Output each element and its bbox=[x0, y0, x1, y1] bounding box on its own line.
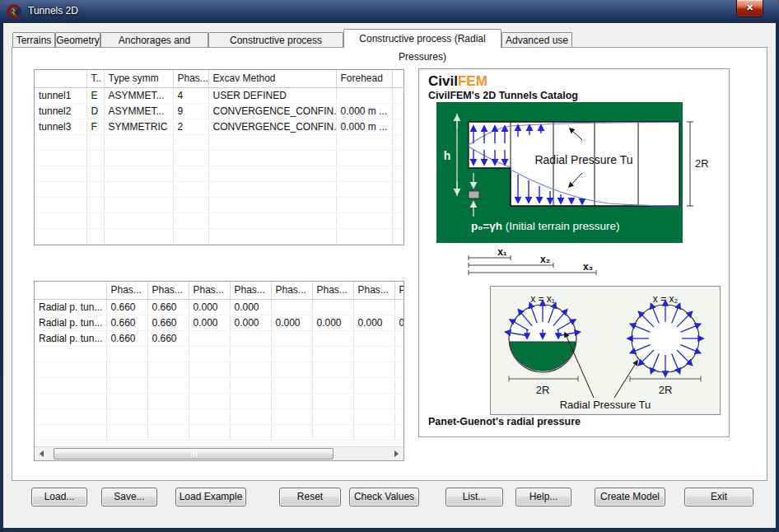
catalog-panel: CivilFEM CivilFEM's 2D Tunnels Catalog bbox=[418, 68, 730, 437]
cell-type-symm[interactable]: SYMMETRIC bbox=[104, 119, 173, 134]
cell-phase-value[interactable] bbox=[189, 330, 230, 346]
cell-forehead[interactable] bbox=[336, 87, 392, 103]
col-header: Forehead bbox=[336, 70, 392, 87]
cell-t[interactable]: D bbox=[86, 103, 104, 119]
cell-phase-value[interactable]: 0.660 bbox=[147, 330, 189, 346]
tab-constructive-process-definition[interactable]: Constructive process (Definition) bbox=[208, 32, 343, 48]
2r-label: 2R bbox=[695, 157, 709, 170]
cell-row-label[interactable]: Radial p. tun... bbox=[35, 299, 106, 315]
load-example-button[interactable]: Load Example bbox=[175, 488, 246, 506]
tab-geometry[interactable]: Geometry bbox=[55, 32, 100, 48]
create-model-button[interactable]: Create Model bbox=[595, 488, 665, 506]
table-row[interactable]: tunnel1 E ASYMMET... 4 USER DEFINED bbox=[35, 87, 403, 103]
cell-phase-value[interactable]: 0.000 bbox=[230, 315, 271, 330]
cell-phase-value[interactable]: 0.000 bbox=[189, 315, 230, 330]
cell-excav-method[interactable]: USER DEFINED bbox=[208, 87, 336, 103]
civilfem-logo: CivilFEM bbox=[428, 73, 487, 90]
diagram-caption: Panet-Guenot's radial pressure bbox=[428, 416, 581, 427]
tab-page-radial-pressures: T.. Type symm Phas... Excav Method Foreh… bbox=[12, 47, 767, 481]
cell-t[interactable]: F bbox=[86, 119, 104, 134]
table-row[interactable]: Radial p. tun... 0.660 0.660 0.000 0.000 bbox=[35, 299, 403, 315]
help-button[interactable]: Help... bbox=[515, 488, 571, 506]
cell-phase-value[interactable]: 0.000 bbox=[230, 299, 271, 315]
cell-forehead[interactable]: 0.000 m ... bbox=[336, 119, 392, 134]
tab-constructive-process-radial-pressures[interactable]: Constructive process (Radial Pressures) bbox=[343, 29, 501, 48]
cell-phase-value[interactable]: 0.000 bbox=[189, 299, 230, 315]
cell-row-label[interactable]: Radial p. tun... bbox=[35, 315, 106, 330]
cell-phase-value[interactable] bbox=[271, 330, 312, 346]
cell-phase-value[interactable]: 0.660 bbox=[147, 299, 189, 315]
save-button[interactable]: Save... bbox=[101, 488, 157, 506]
2r-dimension bbox=[687, 122, 693, 206]
cell-row-label[interactable]: Radial p. tun... bbox=[35, 330, 106, 346]
cell-phase-value[interactable]: 0 bbox=[394, 315, 403, 330]
cell-phase-value[interactable] bbox=[230, 330, 271, 346]
reset-button[interactable]: Reset bbox=[279, 488, 341, 506]
cell-phase-value[interactable] bbox=[312, 299, 353, 315]
title-bar[interactable]: Tunnels 2D ✕ bbox=[0, 0, 779, 23]
empty-row bbox=[35, 424, 403, 440]
cell-phase-value[interactable]: 0.000 bbox=[312, 315, 353, 330]
cell-phase-value[interactable] bbox=[394, 299, 403, 315]
cell-phase-value[interactable]: 0.000 bbox=[353, 315, 394, 330]
scrollbar-thumb[interactable] bbox=[54, 448, 334, 460]
x1-label: x₁ bbox=[497, 246, 507, 258]
tunnels-table: T.. Type symm Phas... Excav Method Foreh… bbox=[34, 69, 404, 245]
list-button[interactable]: List... bbox=[445, 488, 503, 506]
left-arrow-icon bbox=[40, 450, 44, 457]
empty-row bbox=[35, 228, 403, 244]
cell-excav-method[interactable]: CONVERGENCE_CONFIN... bbox=[208, 103, 336, 119]
tab-terrains[interactable]: Terrains bbox=[12, 32, 55, 48]
empty-row bbox=[35, 362, 403, 377]
cell-phases[interactable]: 9 bbox=[173, 103, 208, 119]
tab-anchorages-and-trusses[interactable]: Anchorages and Trusses bbox=[100, 32, 208, 48]
table-row[interactable]: tunnel3 F SYMMETRIC 2 CONVERGENCE_CONFIN… bbox=[35, 119, 403, 134]
cell-phase-value[interactable]: 0.660 bbox=[106, 299, 147, 315]
col-header: Excav Method bbox=[208, 70, 336, 87]
scroll-left-button[interactable] bbox=[35, 447, 49, 460]
cell-phase-value[interactable] bbox=[312, 330, 353, 346]
cell-phases[interactable]: 4 bbox=[173, 87, 208, 103]
close-button[interactable]: ✕ bbox=[736, 0, 763, 17]
cell-phase-value[interactable]: 0.660 bbox=[106, 330, 147, 346]
cell-tunnel-name[interactable]: tunnel3 bbox=[35, 119, 86, 134]
col-header: Phas... bbox=[106, 282, 147, 299]
h-label: h bbox=[444, 149, 451, 162]
longitudinal-pressure-diagram: h Radial Pressure Tu bbox=[419, 100, 730, 282]
empty-row bbox=[35, 212, 403, 228]
cell-excav-method[interactable]: CONVERGENCE_CONFIN... bbox=[208, 119, 336, 134]
table-row[interactable]: Radial p. tun... 0.660 0.660 bbox=[35, 330, 403, 346]
exit-button[interactable]: Exit bbox=[684, 488, 753, 506]
dialog-body: Terrains Geometry Anchorages and Trusses… bbox=[3, 23, 776, 528]
col-header: Phas... bbox=[271, 282, 312, 299]
x2-label: x₂ bbox=[540, 254, 550, 265]
cell-type-symm[interactable]: ASYMMET... bbox=[104, 87, 173, 103]
section-radial-pressure-label: Radial Pressure Tu bbox=[560, 399, 651, 411]
cell-tunnel-name[interactable]: tunnel2 bbox=[35, 103, 86, 119]
col-header: Phas... bbox=[312, 282, 353, 299]
cell-phases[interactable]: 2 bbox=[173, 119, 208, 134]
cell-phase-value[interactable]: 0.660 bbox=[147, 315, 189, 330]
cell-phase-value[interactable]: 0.660 bbox=[106, 315, 147, 330]
cell-type-symm[interactable]: ASYMMET... bbox=[104, 103, 173, 119]
cell-phase-value[interactable] bbox=[394, 330, 403, 346]
section-x2-2r-label: 2R bbox=[659, 384, 673, 396]
cell-tunnel-name[interactable]: tunnel1 bbox=[35, 87, 86, 103]
table-row[interactable]: tunnel2 D ASYMMET... 9 CONVERGENCE_CONFI… bbox=[35, 103, 403, 119]
horizontal-scrollbar[interactable] bbox=[35, 446, 403, 460]
cell-phase-value[interactable] bbox=[271, 299, 312, 315]
tab-advanced-use[interactable]: Advanced use bbox=[501, 32, 572, 48]
cell-phase-value[interactable] bbox=[353, 330, 394, 346]
catalog-subtitle: CivilFEM's 2D Tunnels Catalog bbox=[428, 90, 578, 101]
check-values-button[interactable]: Check Values bbox=[349, 488, 419, 506]
cell-phase-value[interactable] bbox=[353, 299, 394, 315]
load-button[interactable]: Load... bbox=[31, 488, 87, 506]
empty-row bbox=[35, 181, 403, 197]
cell-forehead[interactable]: 0.000 m ... bbox=[336, 103, 392, 119]
close-icon: ✕ bbox=[746, 2, 753, 12]
table-row[interactable]: Radial p. tun... 0.660 0.660 0.000 0.000… bbox=[35, 315, 403, 330]
right-arrow-icon bbox=[394, 450, 399, 457]
cell-phase-value[interactable]: 0.000 bbox=[271, 315, 312, 330]
cell-t[interactable]: E bbox=[86, 87, 104, 103]
scroll-right-button[interactable] bbox=[390, 447, 403, 460]
